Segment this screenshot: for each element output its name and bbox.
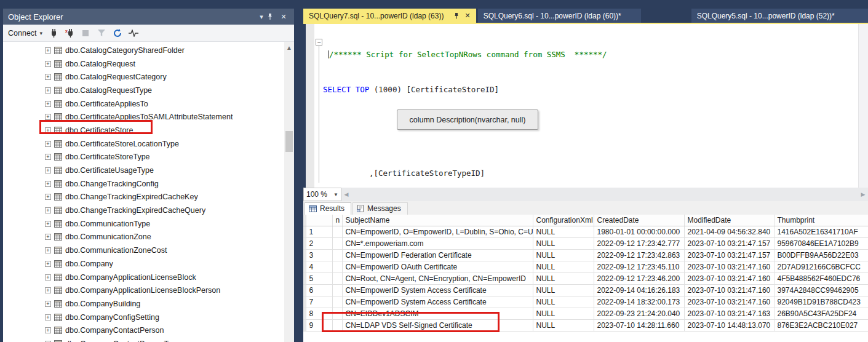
cell-thumbprint[interactable]: 1416A502E16341710AF xyxy=(774,226,868,237)
expand-plus-icon[interactable]: + xyxy=(45,114,51,120)
expand-plus-icon[interactable]: + xyxy=(45,207,51,213)
cell-thumbprint[interactable]: 959670846EE1A7102B9 xyxy=(774,237,868,249)
cell-modifieddate[interactable]: 2021-04-09 04:56:32.840 xyxy=(684,226,774,237)
cell-configurationxml[interactable]: NULL xyxy=(533,296,594,308)
pin-icon[interactable] xyxy=(267,13,278,20)
expand-plus-icon[interactable]: + xyxy=(45,127,51,133)
expand-plus-icon[interactable]: + xyxy=(45,261,51,267)
cell-thumbprint[interactable]: 2D7AD912166C6BCFCC xyxy=(774,261,868,272)
cell-row-number[interactable]: 9 xyxy=(306,319,332,331)
cell-thumbprint[interactable]: 3974A2848CC99462905 xyxy=(774,284,868,296)
cell-row-number[interactable]: 7 xyxy=(306,296,332,308)
tree-item-table[interactable]: + dbo.CompanyBuilding xyxy=(3,297,284,311)
tree-item-table[interactable]: + dbo.ChangeTrackingExpiredCacheKey xyxy=(3,191,284,204)
cell-clipped-null[interactable] xyxy=(332,272,342,284)
tree-item-table[interactable]: + dbo.CertificateStore xyxy=(3,124,284,137)
column-header-rownum[interactable] xyxy=(306,215,332,226)
cell-modifieddate[interactable]: 2023-07-10 03:21:47.160 xyxy=(684,261,774,272)
cell-row-number[interactable]: 1 xyxy=(306,226,332,237)
table-row[interactable]: 8 CN=EIDDev1ADSCIM NULL 2022-09-23 21:24… xyxy=(303,308,868,319)
cell-clipped-null[interactable] xyxy=(332,249,342,261)
cell-thumbprint[interactable]: 4F5B488562F460EDC76 xyxy=(774,272,868,284)
cell-row-number[interactable]: 2 xyxy=(306,237,332,249)
cell-row-number[interactable]: 3 xyxy=(306,249,332,261)
column-header-configurationxml[interactable]: ConfigurationXml xyxy=(533,215,594,226)
tab-sqlquery5[interactable]: SQLQuery5.sql - 10...powerID (ldap (52))… xyxy=(691,9,868,23)
cell-modifieddate[interactable]: 2023-07-10 03:21:47.160 xyxy=(684,296,774,308)
cell-createddate[interactable]: 2022-09-12 17:23:46.200 xyxy=(594,272,684,284)
close-icon[interactable]: ✕ xyxy=(464,12,470,20)
cell-createddate[interactable]: 2022-09-14 04:16:26.183 xyxy=(594,284,684,296)
window-menu-chevron-icon[interactable]: ▾ xyxy=(256,13,267,21)
cell-subjectname[interactable]: CN=Root, CN=Agent, CN=Encryption, CN=Emp… xyxy=(342,272,533,284)
tree-item-table[interactable]: + dbo.ChangeTrackingExpiredCacheQuery xyxy=(3,204,284,217)
tree-vertical-scrollbar[interactable]: ▲ xyxy=(284,42,294,342)
tree-item-table[interactable]: + dbo.CommunicationZone xyxy=(3,231,284,244)
table-row[interactable]: 7 CN=EmpowerID System Access Certificate… xyxy=(303,296,868,308)
cell-modifieddate[interactable]: 2023-07-10 14:48:13.070 xyxy=(684,319,774,331)
cell-clipped-null[interactable] xyxy=(332,319,342,331)
cell-thumbprint[interactable]: 876E3E2ACBC210E027 xyxy=(774,319,868,331)
cell-subjectname[interactable]: CN=EmpowerID, O=EmpowerID, L=Dublin, S=O… xyxy=(342,226,533,237)
table-row[interactable]: 4 CN=EmpowerID OAuth Certificate NULL 20… xyxy=(303,261,868,272)
expand-plus-icon[interactable]: + xyxy=(45,234,51,240)
cell-configurationxml[interactable]: NULL xyxy=(533,261,594,272)
cell-row-number[interactable]: 5 xyxy=(306,272,332,284)
tree-item-table[interactable]: + dbo.CertificateStoreType xyxy=(3,151,284,164)
table-row[interactable]: 3 CN=EmpowerID Federation Certificate NU… xyxy=(303,249,868,261)
tree-item-table[interactable]: + dbo.CompanyConfigSetting xyxy=(3,311,284,324)
expand-plus-icon[interactable]: + xyxy=(45,327,51,333)
cell-clipped-null[interactable] xyxy=(332,226,342,237)
table-row[interactable]: 1 CN=EmpowerID, O=EmpowerID, L=Dublin, S… xyxy=(303,226,868,237)
tree-item-table[interactable]: + dbo.CertificateStoreLocationType xyxy=(3,137,284,151)
cell-row-number[interactable]: 8 xyxy=(306,308,332,319)
scroll-right-icon[interactable]: ▶ xyxy=(858,188,868,201)
cell-row-number[interactable]: 4 xyxy=(306,261,332,272)
cell-configurationxml[interactable]: NULL xyxy=(533,249,594,261)
cell-configurationxml[interactable]: NULL xyxy=(533,319,594,331)
cell-createddate[interactable]: 2023-07-10 14:28:11.660 xyxy=(594,319,684,331)
editor-vertical-scrollbar[interactable] xyxy=(858,24,868,188)
cell-thumbprint[interactable]: 92049B1D91B788CD423 xyxy=(774,296,868,308)
expand-plus-icon[interactable]: + xyxy=(45,47,51,54)
expand-plus-icon[interactable]: + xyxy=(45,314,51,320)
tree-item-table[interactable]: + dbo.CompanyContactPerson xyxy=(3,324,284,337)
table-row[interactable]: 9 CN=LDAP VDS Self-Signed Certificate NU… xyxy=(303,319,868,331)
cell-modifieddate[interactable]: 2023-07-10 03:21:47.160 xyxy=(684,272,774,284)
tab-messages[interactable]: Messages xyxy=(352,202,408,215)
disconnect-icon[interactable]: x xyxy=(65,28,74,38)
tree-item-table[interactable]: + dbo.CertificateUsageType xyxy=(3,164,284,177)
scrollbar-thumb[interactable] xyxy=(285,131,293,152)
connect-button[interactable]: Connect ▾ xyxy=(8,29,42,38)
tree-item-table[interactable]: + dbo.CatalogRequestType xyxy=(3,84,284,97)
expand-plus-icon[interactable]: + xyxy=(45,101,51,107)
cell-subjectname[interactable]: CN=EmpowerID System Access Certificate xyxy=(342,296,533,308)
sql-code[interactable]: /****** Script for SelectTopNRows comman… xyxy=(314,25,858,188)
pin-icon[interactable] xyxy=(453,12,460,19)
table-row[interactable]: 6 CN=EmpowerID System Access Certificate… xyxy=(303,284,868,296)
cell-thumbprint[interactable]: 26B90A5C43FA25DF24 xyxy=(774,308,868,319)
cell-modifieddate[interactable]: 2023-07-10 03:21:47.157 xyxy=(684,249,774,261)
cell-clipped-null[interactable] xyxy=(332,284,342,296)
table-row[interactable]: 5 CN=Root, CN=Agent, CN=Encryption, CN=E… xyxy=(303,272,868,284)
expand-plus-icon[interactable]: + xyxy=(45,301,51,307)
cell-clipped-null[interactable] xyxy=(332,261,342,272)
expand-plus-icon[interactable]: + xyxy=(45,274,51,280)
scroll-left-icon[interactable]: ◀ xyxy=(341,188,351,201)
table-row[interactable]: 2 CN=*.empoweriam.com NULL 2022-09-12 17… xyxy=(303,237,868,249)
expand-plus-icon[interactable]: + xyxy=(45,221,51,227)
cell-createddate[interactable]: 2022-09-23 21:24:20.040 xyxy=(594,308,684,319)
cell-configurationxml[interactable]: NULL xyxy=(533,272,594,284)
close-icon[interactable]: ✕ xyxy=(278,13,289,21)
tree-item-table[interactable]: + dbo.CompanyApplicationLicenseBlock xyxy=(3,271,284,284)
scroll-up-icon[interactable]: ▲ xyxy=(284,44,294,51)
tree-item-table[interactable]: + dbo.CatalogRequest xyxy=(3,57,284,71)
cell-subjectname[interactable]: CN=EmpowerID OAuth Certificate xyxy=(342,261,533,272)
activity-monitor-icon[interactable] xyxy=(129,28,138,38)
tab-sqlquery6[interactable]: SQLQuery6.sql - 10...powerID (ldap (60))… xyxy=(478,9,641,23)
cell-subjectname[interactable]: CN=LDAP VDS Self-Signed Certificate xyxy=(342,319,533,331)
cell-createddate[interactable]: 2022-09-12 17:23:45.110 xyxy=(594,261,684,272)
tree-item-table[interactable]: + dbo.CertificateAppliesTo xyxy=(3,97,284,111)
expand-plus-icon[interactable]: + xyxy=(45,194,51,200)
tree-item-table[interactable]: + dbo.Company xyxy=(3,257,284,271)
